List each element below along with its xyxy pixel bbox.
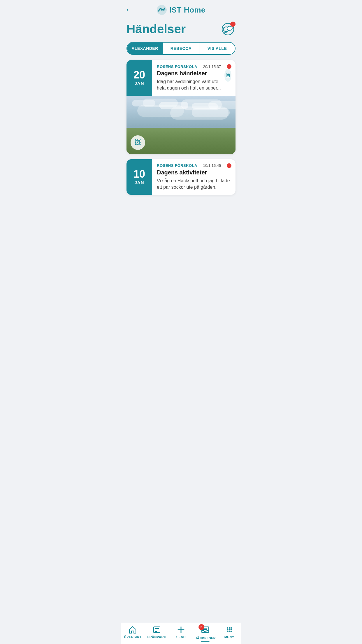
back-button[interactable]: ‹ [126,6,129,14]
svg-point-3 [227,26,232,30]
event-card-1[interactable]: 20 JAN ROSENS FÖRSKOLA 20/1 15:37 Dagens… [126,60,236,154]
unread-dot-2 [227,163,231,168]
card-school-2: ROSENS FÖRSKOLA [157,163,197,168]
gallery-button[interactable]: 🖼 [131,135,145,150]
card-body-2: Vi såg en Hackspett och jag hittade ett … [157,178,231,191]
card-title-2: Dagens aktiviteter [157,169,231,176]
page-title: Händelser [126,22,186,36]
date-day-1: 20 [133,70,145,80]
date-block-1: 20 JAN [126,60,152,96]
date-day-2: 10 [133,169,145,179]
card-school-1: ROSENS FÖRSKOLA [157,64,197,69]
tab-vis-alle[interactable]: VIS ALLE [199,43,235,54]
cloud-layer [126,99,236,131]
card-text-area-1: Dagens händelser Idag har avdelningen va… [157,70,224,92]
card-content-2: ROSENS FÖRSKOLA 10/1 16:45 Dagens aktivi… [152,159,236,195]
logo-text: IST Home [169,6,205,15]
date-block-2: 10 JAN [126,159,152,195]
app-header: ‹ IST Home [121,0,241,18]
document-icon: 🖹 [225,72,231,79]
card-header-2: 10 JAN ROSENS FÖRSKOLA 10/1 16:45 Dagens… [126,159,236,195]
card-image-1: 🖼 [126,96,236,154]
card-time-1: 20/1 15:37 [203,64,221,69]
card-time-2: 10/1 16:45 [203,163,221,168]
card-title-1: Dagens händelser [157,70,224,77]
tab-rebecca[interactable]: REBECCA [163,43,199,54]
tab-alexander[interactable]: ALEXANDER [127,43,163,54]
chat-badge [230,22,236,27]
card-meta-1: ROSENS FÖRSKOLA 20/1 15:37 [157,64,231,69]
logo-container: IST Home [157,5,205,15]
tab-selector: ALEXANDER REBECCA VIS ALLE [126,42,236,55]
date-month-2: JAN [134,180,144,185]
event-card-2[interactable]: 10 JAN ROSENS FÖRSKOLA 10/1 16:45 Dagens… [126,159,236,195]
gallery-icon: 🖼 [135,139,141,146]
card-content-1: ROSENS FÖRSKOLA 20/1 15:37 Dagens händel… [152,60,236,96]
chat-button[interactable] [220,22,236,37]
unread-dot-1 [227,64,231,69]
events-list: 20 JAN ROSENS FÖRSKOLA 20/1 15:37 Dagens… [121,60,241,226]
logo-icon [157,5,167,15]
card-body-1: Idag har avdelningen varit ute hela dage… [157,78,224,92]
card-meta-2: ROSENS FÖRSKOLA 10/1 16:45 [157,163,231,168]
title-area: Händelser [121,18,241,39]
doc-button-1[interactable]: 🖹 [224,69,231,82]
card-header-1: 20 JAN ROSENS FÖRSKOLA 20/1 15:37 Dagens… [126,60,236,96]
date-month-1: JAN [134,81,144,86]
